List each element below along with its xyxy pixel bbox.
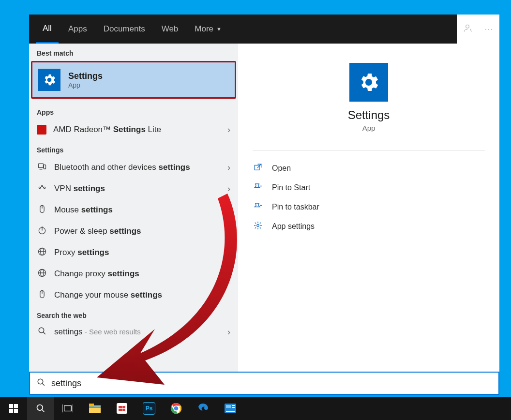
globe-icon [37,247,47,259]
apps-heading: Apps [29,103,238,119]
result-label: Proxy settings [54,248,109,257]
result-label: Change proxy settings [54,269,139,279]
devices-icon [37,162,47,174]
preview-pane: Settings App Open Pin to Start Pin to ta… [238,44,499,372]
settings-result-6[interactable]: Change your mouse settings [29,285,238,306]
app-result-amd[interactable]: AMD Radeon™ Settings Lite › [29,119,238,140]
result-label: Bluetooth and other devices settings [54,163,190,172]
settings-result-1[interactable]: VPN settings › [29,178,238,199]
svg-rect-28 [9,404,13,408]
photoshop-icon[interactable]: Ps [135,397,163,420]
svg-point-6 [42,185,43,186]
svg-rect-2 [44,165,45,168]
settings-result-2[interactable]: Mouse settings › [29,199,238,221]
svg-point-25 [257,224,259,226]
action-open[interactable]: Open [253,159,485,178]
best-match-subtitle: App [68,81,103,89]
svg-point-26 [38,379,43,384]
chevron-right-icon: › [227,163,230,173]
chevron-down-icon: ▼ [216,26,222,32]
app-icon-1[interactable] [108,397,135,420]
preview-title: Settings [348,108,390,122]
chevron-right-icon: › [227,125,230,135]
vpn-icon [37,183,47,195]
action-label: Pin to taskbar [272,203,319,211]
svg-rect-39 [89,406,101,408]
settings-result-0[interactable]: Bluetooth and other devices settings › [29,157,238,178]
pin-icon [253,182,263,194]
more-options-icon[interactable]: ⋯ [478,24,499,34]
chevron-right-icon: › [227,226,230,237]
search-icon [35,378,47,389]
search-icon [37,327,47,338]
action-app settings[interactable]: App settings [253,217,485,236]
filter-tabbar: All Apps Documents Web More▼ ⋯ [29,15,499,44]
results-left-column: Best match Settings App Apps AMD Radeon™… [29,44,238,372]
tab-more[interactable]: More▼ [188,15,228,44]
svg-rect-1 [39,164,44,167]
svg-rect-34 [64,406,72,411]
search-box[interactable] [29,372,499,395]
svg-line-33 [42,410,45,412]
settings-result-5[interactable]: Change proxy settings [29,263,238,285]
best-match-title: Settings [68,71,103,81]
preview-subtitle: App [362,124,376,132]
best-match-heading: Best match [29,44,238,60]
result-label: settings - See web results [54,327,141,337]
settings-icon-large [349,63,388,102]
svg-rect-31 [14,409,18,413]
mouse-icon [37,204,47,216]
svg-rect-30 [9,409,13,413]
action-label: App settings [272,222,315,231]
chevron-right-icon: › [227,184,230,194]
svg-line-27 [42,383,45,386]
action-label: Open [272,164,291,173]
web-result[interactable]: settings - See web results › [29,322,238,342]
svg-rect-21 [255,165,259,170]
mouse-icon [37,289,47,301]
divider [253,150,485,151]
chrome-icon[interactable] [163,397,190,420]
settings-result-4[interactable]: Proxy settings [29,242,238,263]
svg-point-32 [37,405,43,411]
search-input[interactable] [50,378,498,389]
search-results-panel: All Apps Documents Web More▼ ⋯ Best matc… [29,15,499,372]
result-label: Power & sleep settings [54,226,141,236]
tab-documents[interactable]: Documents [97,15,152,44]
search-web-heading: Search the web [29,306,238,322]
edge-icon[interactable] [190,397,217,420]
tab-apps[interactable]: Apps [61,15,94,44]
taskbar: Ps [0,397,511,420]
globe-icon [37,268,47,280]
svg-rect-29 [14,404,18,408]
power-icon [37,225,47,238]
best-match-result[interactable]: Settings App [32,62,235,97]
open-icon [253,163,263,174]
svg-point-0 [466,25,469,28]
settings-heading: Settings [29,140,238,157]
feedback-icon[interactable] [457,23,478,35]
action-pin to start[interactable]: Pin to Start [253,178,485,197]
action-pin to taskbar[interactable]: Pin to taskbar [253,197,485,217]
svg-point-19 [39,328,44,333]
file-explorer-icon[interactable] [81,397,108,420]
taskbar-search-button[interactable] [27,397,54,420]
settings-icon [38,69,60,91]
amd-icon [37,125,46,135]
svg-line-20 [43,332,45,334]
start-button[interactable] [0,397,27,420]
chevron-right-icon: › [227,205,230,215]
tab-web[interactable]: Web [155,15,185,44]
task-view-button[interactable] [54,397,81,420]
result-label: VPN settings [54,184,105,194]
news-icon[interactable] [217,397,244,420]
gear-icon [253,221,263,232]
pin-icon [253,202,263,213]
result-label: Mouse settings [54,205,113,215]
result-label: Change your mouse settings [54,290,162,300]
tab-all[interactable]: All [36,15,59,44]
settings-result-3[interactable]: Power & sleep settings › [29,221,238,242]
svg-rect-38 [89,404,94,406]
annotation-highlight-box: Settings App [31,61,236,99]
action-label: Pin to Start [272,183,310,192]
